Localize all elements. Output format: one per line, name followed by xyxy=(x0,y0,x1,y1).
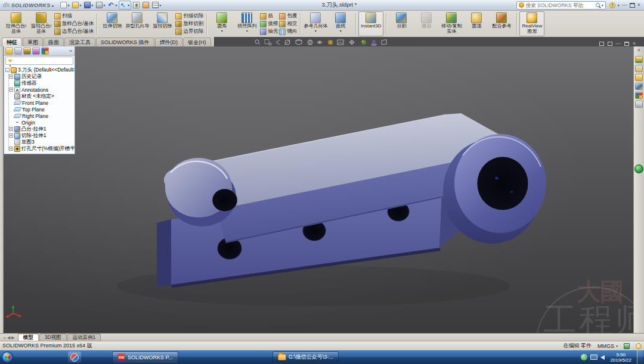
expander-icon[interactable]: + xyxy=(9,133,13,138)
graphics-viewport[interactable]: 大 國 工程师 » xyxy=(4,46,633,333)
tree-item-right-plane[interactable]: Right Plane xyxy=(5,113,75,119)
nav-first-icon[interactable]: « xyxy=(4,336,6,340)
doc-restore-button[interactable] xyxy=(624,42,629,46)
appearances-icon[interactable] xyxy=(635,92,643,99)
expander-icon[interactable]: + xyxy=(9,74,13,79)
restore-button[interactable] xyxy=(630,3,635,8)
apply-scene-icon[interactable] xyxy=(338,40,343,45)
tree-item-sketch3[interactable]: 草图3 xyxy=(5,139,75,145)
taskbar-solidworks-button[interactable]: SW SOLIDWORKS P... xyxy=(112,351,178,363)
solidworks-resources-icon[interactable] xyxy=(635,56,643,63)
boundary-cut-button[interactable]: 边界切除 xyxy=(175,28,203,35)
print-button[interactable]: ▾ xyxy=(95,1,106,10)
panel-overflow-icon[interactable]: » xyxy=(70,48,73,54)
tree-item-sensors[interactable]: 传感器 xyxy=(5,80,75,86)
realview-sphere-icon[interactable] xyxy=(361,40,366,45)
configuration-manager-tab-icon[interactable] xyxy=(23,47,31,55)
search-input[interactable] xyxy=(526,2,594,8)
mate-reference-button[interactable]: 配合参考 xyxy=(489,11,514,36)
dropdown-caret-icon[interactable]: ▾ xyxy=(115,4,117,7)
units-caret-icon[interactable]: ▾ xyxy=(616,344,618,348)
tab-model[interactable]: 模型 xyxy=(18,334,39,341)
tab-surfaces[interactable]: 曲面 xyxy=(44,38,64,46)
dropdown-caret-icon[interactable]: ▾ xyxy=(159,4,161,7)
help-caret-icon[interactable]: ▾ xyxy=(618,4,620,7)
clock[interactable]: 5:50 2019/5/22 xyxy=(608,352,634,363)
volume-icon[interactable] xyxy=(600,355,605,360)
tree-item-front-plane[interactable]: Front Plane xyxy=(5,99,75,106)
edit-appearance-icon[interactable] xyxy=(328,40,333,45)
expander-icon[interactable]: - xyxy=(5,68,10,72)
reference-geometry-button[interactable]: 参考几何体▾ xyxy=(303,11,328,36)
status-help-icon[interactable] xyxy=(636,343,642,349)
community-forum-icon[interactable] xyxy=(634,164,643,173)
doc-minimize-button[interactable]: — xyxy=(616,41,621,46)
tab-features[interactable]: 特征 xyxy=(2,38,22,46)
tab-motion-study-1[interactable]: 运动算例1 xyxy=(67,334,101,341)
intersect-button[interactable]: 相交 xyxy=(279,20,297,27)
dropdown-caret-icon[interactable]: ▾ xyxy=(91,4,93,7)
tree-root-part[interactable]: - 3.刀头 (Default<<Default>_显 xyxy=(5,67,75,73)
custom-properties-icon[interactable] xyxy=(635,101,643,108)
custom-properties-tag-icon[interactable] xyxy=(624,343,630,349)
tree-item-cut-extrude1[interactable]: + 切除-拉伸1 xyxy=(5,132,75,139)
hole-wizard-button[interactable]: 异型孔向导 xyxy=(125,11,150,36)
dropdown-caret-icon[interactable]: ▾ xyxy=(221,29,223,33)
swept-cut-button[interactable]: 扫描切除 xyxy=(175,13,203,20)
tree-item-origin[interactable]: ⌁ Origin xyxy=(5,119,75,126)
lofted-boss-button[interactable]: 放样凸台/基体 xyxy=(54,20,94,27)
doc-close-button[interactable]: × xyxy=(633,41,636,46)
taskbar-app-button[interactable] xyxy=(68,351,81,363)
realview-graphics-button[interactable]: RealView图形 xyxy=(519,11,544,36)
dropdown-caret-icon[interactable]: ▾ xyxy=(128,4,129,7)
open-button[interactable]: ▾ xyxy=(71,1,82,10)
options-button[interactable]: ▾ xyxy=(151,1,162,10)
split-button[interactable]: 分割 xyxy=(389,11,414,36)
view-settings-icon[interactable] xyxy=(349,40,354,45)
move-copy-bodies-button[interactable]: 移动/复制实体 xyxy=(439,11,464,36)
network-icon[interactable] xyxy=(590,354,597,360)
tree-item-hole-feature[interactable]: + 打孔尺寸(%模编)开槽半沉头木 xyxy=(5,145,75,152)
expander-icon[interactable]: + xyxy=(9,88,13,92)
select-button[interactable]: ↖▾ xyxy=(119,1,131,10)
extruded-cut-button[interactable]: 拉伸切除 xyxy=(100,11,125,36)
tree-item-annotations[interactable]: + A Annotations xyxy=(5,86,75,93)
show-desktop-button[interactable] xyxy=(637,350,643,364)
view-orientation-icon[interactable] xyxy=(296,39,302,45)
new-document-button[interactable]: ▾ xyxy=(59,1,70,10)
save-button[interactable]: ▾ xyxy=(83,1,94,10)
view-palette-icon[interactable] xyxy=(635,83,643,90)
revolved-boss-button[interactable]: 旋转凸台/基体 xyxy=(29,11,54,36)
close-button[interactable]: × xyxy=(637,2,640,8)
design-library-icon[interactable] xyxy=(635,65,643,72)
mirror-button[interactable]: 镜向 xyxy=(279,28,297,35)
tab-weldments[interactable]: 焊件(D) xyxy=(155,38,183,46)
units-value[interactable]: MMGS xyxy=(597,343,614,349)
draft-button[interactable]: 拔模 xyxy=(260,20,278,27)
dome-button[interactable]: 圆顶 xyxy=(464,11,489,36)
rib-button[interactable]: 筋 xyxy=(260,13,278,20)
tree-item-history[interactable]: + 历史记录 xyxy=(5,73,75,80)
display-style-icon[interactable] xyxy=(308,40,312,45)
tray-antivirus-icon[interactable] xyxy=(581,354,587,360)
undo-button[interactable]: ↶▾ xyxy=(107,1,118,10)
new-window-icon[interactable] xyxy=(599,42,604,46)
tab-render-tools[interactable]: 渲染工具 xyxy=(64,38,95,46)
nav-next-icon[interactable]: ▶ xyxy=(11,335,14,340)
revolved-cut-button[interactable]: 旋转切除 xyxy=(150,11,175,36)
start-button[interactable] xyxy=(2,351,13,363)
minimize-button[interactable]: — xyxy=(622,2,627,8)
tree-item-boss-extrude1[interactable]: + 凸台-拉伸1 xyxy=(5,126,75,132)
rebuild-button[interactable] xyxy=(132,1,141,10)
lofted-cut-button[interactable]: 放样切割 xyxy=(175,20,203,27)
nav-prev-icon[interactable]: ◀ xyxy=(7,335,10,340)
tree-item-material[interactable]: 材质 <未指定> xyxy=(5,93,75,99)
shell-button[interactable]: 抽壳 xyxy=(260,28,278,35)
dropdown-caret-icon[interactable]: ▾ xyxy=(103,4,105,7)
tree-item-top-plane[interactable]: Top Plane xyxy=(5,106,75,113)
tab-solidworks-addins[interactable]: SOLIDWORKS 插件 xyxy=(96,38,154,46)
zoom-fit-icon[interactable] xyxy=(255,40,259,45)
search-icon[interactable] xyxy=(596,3,600,7)
instant3d-button[interactable]: Instant3D xyxy=(358,11,383,36)
extruded-boss-button[interactable]: 拉伸凸台/基体 xyxy=(4,11,29,36)
